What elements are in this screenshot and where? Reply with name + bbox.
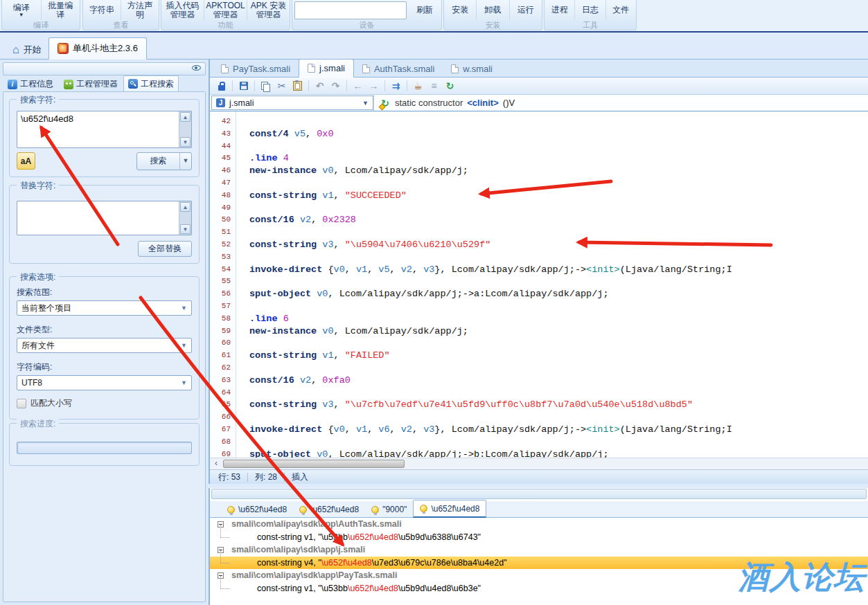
ribbon-button[interactable]: 字符串 (83, 0, 121, 20)
sidebar-tab[interactable]: 工程管理器 (59, 76, 123, 92)
results-tab[interactable]: \u652f\u4ed8 (293, 502, 365, 517)
editor-tab[interactable]: w.smali (443, 60, 501, 77)
divider (284, 473, 285, 482)
ribbon-button[interactable]: 安装 (444, 0, 476, 20)
scroll-down-icon[interactable]: ▼ (180, 137, 191, 147)
result-file-row[interactable]: smali\com\alipay\sdk\app\AuthTask.smali (210, 518, 868, 531)
search-input-scrollbar[interactable]: ▲ ▼ (179, 111, 191, 147)
ribbon-button[interactable]: 方法声明 (121, 0, 159, 20)
ribbon-button[interactable]: 批量编译 (41, 0, 80, 20)
undo-icon[interactable]: ↶ (312, 79, 327, 93)
code-line (237, 337, 868, 350)
back-icon[interactable]: ← (351, 79, 365, 93)
results-tab-label: "9000" (382, 505, 407, 514)
code-line: invoke-direct {v0, v1, v5, v2, v3}, Lcom… (237, 264, 868, 276)
editor-hscrollbar[interactable]: ‹ (210, 458, 868, 469)
ribbon-button[interactable]: 进程 (544, 0, 574, 20)
replace-input-scrollbar[interactable]: ▲ ▼ (179, 201, 191, 235)
ribbon-group: 安装卸载运行安装 (443, 0, 542, 30)
paste-icon[interactable] (290, 79, 305, 93)
search-options-group: 搜索选项: 搜索范围: 当前整个项目▼ 文件类型: 所有文件▼ 字符编码: UT… (9, 276, 200, 419)
ribbon-button[interactable]: APK 安装管理器 (247, 0, 290, 20)
status-col: 列: 28 (255, 471, 277, 483)
ribbon-button[interactable]: 日志 (574, 0, 605, 20)
encoding-label: 字符编码: (17, 361, 52, 373)
code-line: const-string v1, "SUCCEEDED" (237, 190, 868, 202)
results-tab-label: \u652f\u4ed8 (431, 504, 479, 514)
sidebar-tab[interactable]: 工程搜索 (123, 75, 179, 92)
code-editor[interactable]: 4243444546474849505152535455565758596061… (210, 111, 868, 458)
scrollbar-thumb[interactable] (223, 460, 405, 468)
replace-string-label: 替换字符: (17, 180, 59, 192)
androidkiller-window: 编译▼批量编译编译字符串方法声明查看插入代码管理器APKTOOL管理器APK 安… (0, 0, 868, 605)
redo-icon[interactable]: ↷ (328, 79, 343, 93)
ribbon-button[interactable]: APKTOOL管理器 (204, 0, 247, 20)
results-panel-header[interactable] (211, 489, 867, 499)
result-match-row[interactable]: const-string v1, "\u53bb\u652f\u4ed8\u5b… (210, 531, 868, 544)
line-number: 56 (222, 288, 231, 300)
divider (346, 80, 347, 91)
result-file-row[interactable]: smali\com\alipay\sdk\app\j.smali (210, 543, 868, 557)
forward-icon[interactable]: → (366, 79, 381, 93)
results-tab[interactable]: \u652f\u4ed8 (221, 502, 293, 517)
lines-icon[interactable]: ≡ (427, 79, 441, 93)
status-mode: 插入 (292, 471, 308, 483)
font-button[interactable]: aA (17, 152, 35, 170)
line-number: 68 (222, 436, 231, 449)
refresh-icon[interactable]: ↻ (443, 79, 457, 93)
project-tab[interactable]: ⌂开始 (4, 39, 50, 60)
cut-icon[interactable]: ✂ (274, 79, 289, 93)
results-tab[interactable]: "9000" (365, 502, 413, 517)
divider (407, 80, 407, 91)
ribbon-button[interactable]: 文件 (605, 0, 636, 20)
editor-tab[interactable]: j.smali (299, 59, 354, 78)
device-list[interactable] (294, 1, 407, 19)
format-icon[interactable]: ⇉ (389, 79, 403, 93)
file-combo-value: j.smali (229, 98, 254, 108)
app-icon (57, 43, 69, 54)
code-line: const-string v3, "\u7cfb\u7edf\u7e41\u5f… (237, 399, 868, 411)
replace-all-button[interactable]: 全部替换 (138, 241, 192, 257)
replace-input[interactable]: ▲ ▼ (17, 201, 192, 235)
search-button[interactable]: 搜索 ▼ (136, 152, 192, 170)
checkbox-icon[interactable] (17, 399, 26, 408)
search-button-label[interactable]: 搜索 (137, 153, 179, 170)
sidebar-tab[interactable]: i工程信息 (3, 76, 58, 92)
encoding-select[interactable]: UTF8▼ (17, 375, 192, 390)
search-dropdown-arrow-icon[interactable]: ▼ (179, 153, 191, 170)
ribbon-button[interactable]: 运行 (509, 0, 542, 20)
code-line (237, 202, 868, 215)
search-input[interactable]: \u652f\u4ed8 ▲ ▼ (17, 111, 192, 148)
code-line (237, 411, 868, 424)
code-line: invoke-direct {v0, v1, v6, v2, v3}, Lcom… (237, 424, 868, 436)
chevron-down-icon: ▼ (181, 305, 187, 311)
copy-icon[interactable] (258, 79, 273, 93)
match-case-checkbox[interactable]: 匹配大小写 (17, 397, 72, 409)
save-icon[interactable] (236, 79, 251, 93)
editor-tab-label: AuthTask.smali (374, 64, 434, 74)
line-number: 54 (222, 264, 231, 276)
editor-tab[interactable]: AuthTask.smali (354, 60, 443, 77)
search-input-value: \u652f\u4ed8 (21, 114, 73, 124)
sidebar-collapse-bar[interactable] (3, 62, 206, 75)
ribbon-button[interactable]: 插入代码管理器 (161, 0, 204, 20)
lock-icon[interactable] (214, 79, 229, 93)
scope-select[interactable]: 当前整个项目▼ (17, 300, 192, 316)
project-tab[interactable]: 单机斗地主2.3.6 (48, 37, 147, 60)
filetype-select[interactable]: 所有文件▼ (17, 338, 192, 353)
ribbon-button[interactable]: 卸载 (476, 0, 508, 20)
scroll-up-icon[interactable]: ▲ (180, 112, 191, 122)
ribbon-button[interactable]: 刷新 (408, 0, 441, 20)
line-number: 46 (222, 165, 231, 177)
editor-tab[interactable]: PayTask.smali (213, 60, 299, 77)
scroll-up-icon[interactable]: ▲ (180, 202, 191, 212)
file-combo[interactable]: J j.smali ▼ (211, 96, 373, 110)
scroll-left-icon[interactable]: ‹ (211, 459, 221, 469)
java-icon[interactable]: ☕ (411, 79, 425, 93)
encoding-value: UTF8 (21, 378, 42, 388)
results-tab[interactable]: \u652f\u4ed8 (413, 500, 486, 518)
method-combo[interactable]: ↻ static constructor <clinit> ()V (373, 95, 868, 111)
eye-icon[interactable] (192, 65, 201, 71)
scroll-down-icon[interactable]: ▼ (180, 224, 191, 234)
ribbon-button[interactable]: 编译▼ (2, 0, 41, 20)
